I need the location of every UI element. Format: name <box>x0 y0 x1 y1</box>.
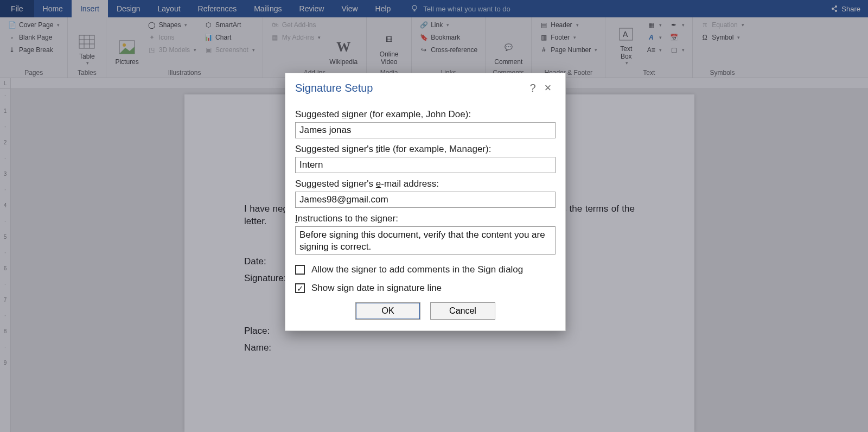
signer-title-input[interactable] <box>295 157 556 173</box>
instructions-label: Instructions to the signer: <box>295 213 556 224</box>
signature-setup-dialog: Signature Setup ? × Suggested signer (fo… <box>285 73 566 331</box>
dialog-title: Signature Setup <box>295 82 525 94</box>
suggested-signer-label: Suggested signer (for example, John Doe)… <box>295 109 556 120</box>
allow-comments-label: Allow the signer to add comments in the … <box>311 264 523 275</box>
cancel-button[interactable]: Cancel <box>430 302 495 320</box>
allow-comments-checkbox[interactable] <box>295 265 305 275</box>
show-sign-date-checkbox[interactable]: ✓ <box>295 283 305 293</box>
show-sign-date-label: Show sign date in signature line <box>311 283 442 294</box>
instructions-textarea[interactable]: Before signing this document, verify tha… <box>295 226 556 255</box>
signer-email-label: Suggested signer's e-mail address: <box>295 179 556 189</box>
signer-title-label: Suggested signer's title (for example, M… <box>295 144 556 155</box>
dialog-close-button[interactable]: × <box>540 81 556 95</box>
dialog-help-button[interactable]: ? <box>525 82 540 94</box>
ok-button[interactable]: OK <box>355 302 420 320</box>
suggested-signer-input[interactable] <box>295 122 556 138</box>
signer-email-input[interactable] <box>295 192 556 208</box>
